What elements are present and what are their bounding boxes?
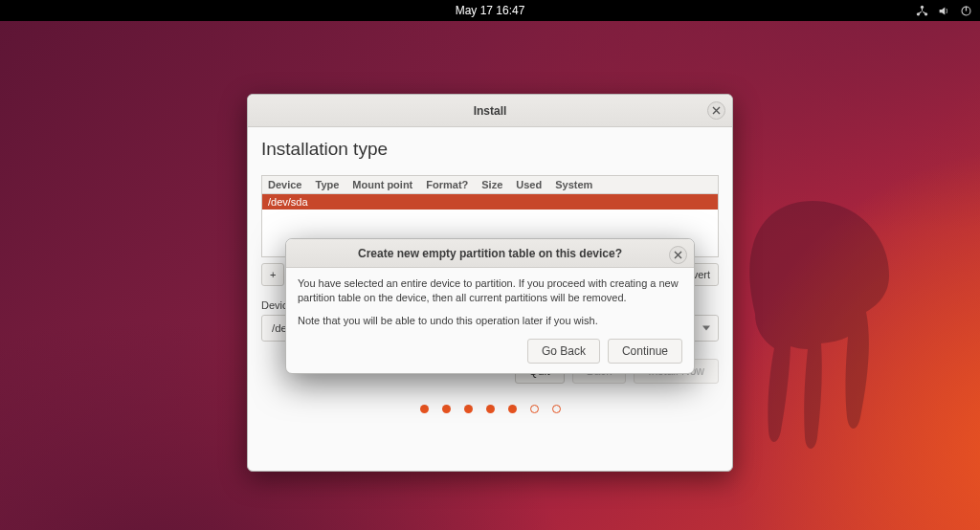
step-dot (464, 405, 473, 413)
col-mount: Mount point (352, 179, 412, 190)
close-icon (712, 106, 721, 115)
network-icon[interactable] (916, 5, 928, 17)
step-dot (486, 405, 495, 413)
window-close-button[interactable] (707, 101, 725, 120)
confirm-dialog: Create new empty partition table on this… (285, 238, 695, 374)
step-dot (552, 405, 561, 413)
wallpaper-art (726, 201, 899, 450)
col-device: Device (268, 179, 301, 190)
col-used: Used (516, 179, 542, 190)
wizard-progress-dots (261, 405, 719, 413)
chevron-down-icon (702, 326, 710, 331)
page-title: Installation type (261, 139, 719, 160)
window-title: Install (474, 104, 507, 118)
clock: May 17 16:47 (456, 4, 525, 17)
dialog-actions: Go Back Continue (286, 339, 694, 373)
step-dot (442, 405, 451, 413)
continue-button[interactable]: Continue (608, 339, 682, 364)
table-row[interactable]: /dev/sda (262, 194, 718, 210)
close-icon (674, 251, 682, 259)
dialog-close-button[interactable] (669, 246, 687, 264)
dialog-titlebar: Create new empty partition table on this… (286, 239, 694, 268)
col-size: Size (481, 179, 502, 190)
system-tray (916, 0, 972, 21)
col-format: Format? (426, 179, 468, 190)
step-dot (530, 405, 539, 413)
partition-table-header: Device Type Mount point Format? Size Use… (262, 176, 718, 194)
window-titlebar: Install (248, 95, 732, 127)
volume-icon[interactable] (938, 5, 950, 17)
system-topbar: May 17 16:47 (0, 0, 980, 21)
dialog-title: Create new empty partition table on this… (358, 247, 622, 260)
row-device: /dev/sda (268, 196, 308, 208)
svg-point-0 (921, 5, 924, 8)
power-icon[interactable] (960, 5, 972, 17)
col-system: System (555, 179, 592, 190)
step-dot (420, 405, 429, 413)
add-partition-button[interactable]: + (261, 263, 284, 286)
dialog-text-2: Note that you will be able to undo this … (298, 314, 682, 328)
go-back-button[interactable]: Go Back (527, 339, 600, 364)
step-dot (508, 405, 517, 413)
dialog-text-1: You have selected an entire device to pa… (298, 276, 682, 305)
col-type: Type (315, 179, 339, 190)
dialog-body: You have selected an entire device to pa… (286, 268, 694, 339)
